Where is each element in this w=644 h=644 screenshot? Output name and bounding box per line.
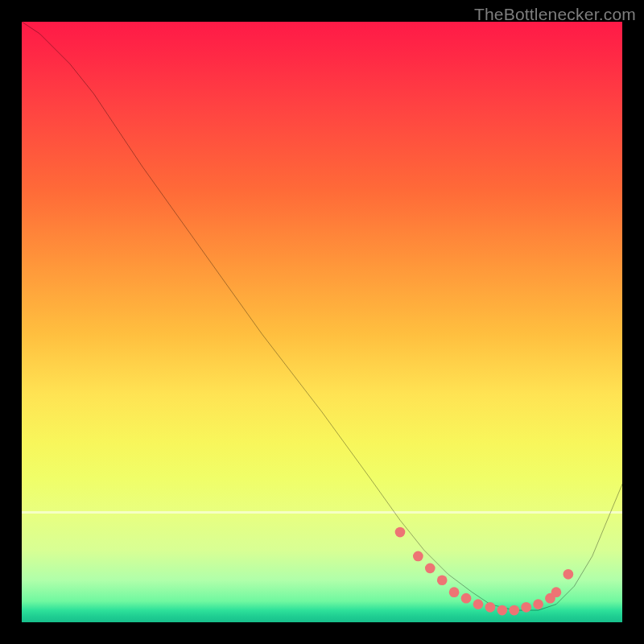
marker-dot (461, 593, 472, 604)
marker-dot (413, 551, 423, 562)
marker-dot (395, 527, 406, 538)
curve-line (22, 22, 622, 610)
watermark-text: TheBottlenecker.com (474, 5, 636, 24)
marker-dot (497, 605, 507, 616)
marker-dot (521, 602, 531, 613)
marker-dot (533, 599, 543, 609)
marker-dot (564, 569, 574, 580)
marker-dot (485, 602, 496, 613)
marker-group (395, 527, 574, 616)
chart-area (22, 22, 622, 622)
chart-svg (22, 22, 622, 622)
marker-dot (437, 575, 448, 585)
marker-dot (509, 605, 519, 616)
marker-dot (551, 587, 562, 597)
marker-dot (473, 599, 484, 609)
marker-dot (425, 564, 436, 574)
marker-dot (449, 587, 460, 597)
